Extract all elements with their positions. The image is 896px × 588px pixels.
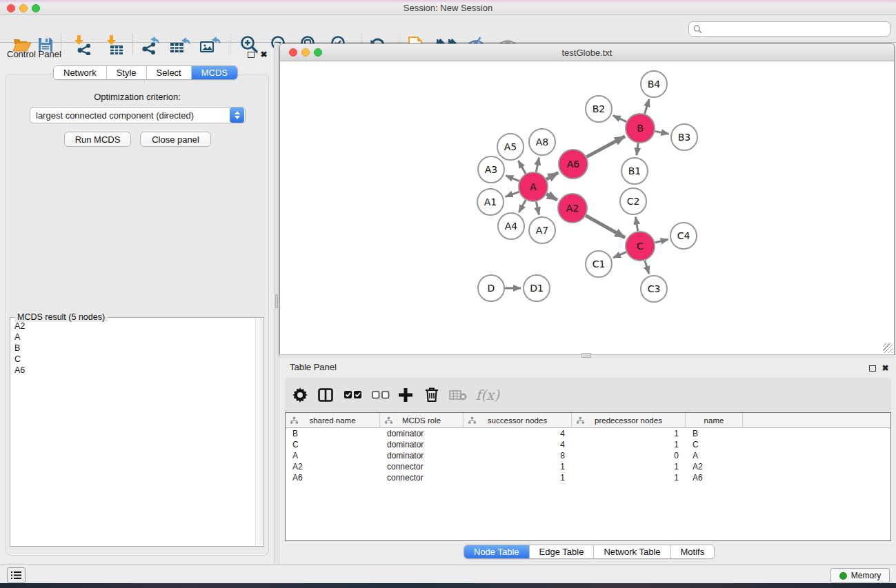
edge-A-A1[interactable] bbox=[506, 192, 519, 196]
table-row[interactable]: Adominator80A bbox=[286, 450, 890, 461]
node-B[interactable]: B bbox=[626, 114, 655, 143]
table-cell[interactable]: 8 bbox=[464, 451, 572, 460]
network-graph[interactable]: B4B2BB3A8A5A6A3B1AC2A1A2A4A7C4CC1DD1C3 bbox=[280, 61, 894, 354]
table-cell[interactable]: connector bbox=[380, 473, 464, 483]
edge-A2-C[interactable] bbox=[586, 216, 625, 238]
select-all-icon[interactable] bbox=[341, 383, 365, 407]
table-cell[interactable]: 0 bbox=[572, 451, 686, 460]
splitter-handle[interactable] bbox=[275, 294, 278, 308]
table-row[interactable]: A2connector11A2 bbox=[286, 461, 890, 472]
node-A8[interactable]: A8 bbox=[529, 129, 555, 155]
table-row[interactable]: Bdominator41B bbox=[286, 428, 890, 439]
node-A4[interactable]: A4 bbox=[498, 213, 524, 239]
table-row[interactable]: A6connector11A6 bbox=[286, 472, 890, 483]
node-A1[interactable]: A1 bbox=[477, 189, 504, 215]
node-B1[interactable]: B1 bbox=[621, 158, 648, 184]
table-cell[interactable]: dominator bbox=[380, 451, 464, 460]
table-cell[interactable]: A2 bbox=[286, 462, 380, 472]
table-cell[interactable]: A6 bbox=[686, 473, 743, 483]
table-cell[interactable]: C bbox=[686, 440, 743, 449]
horizontal-splitter[interactable] bbox=[279, 354, 896, 358]
settings-gear-icon[interactable] bbox=[288, 383, 312, 407]
edge-A-A2[interactable] bbox=[546, 194, 557, 201]
network-canvas[interactable]: B4B2BB3A8A5A6A3B1AC2A1A2A4A7C4CC1DD1C3 bbox=[280, 61, 894, 354]
import-table-icon[interactable] bbox=[103, 33, 126, 57]
column-header-successor-nodes[interactable]: successor nodes bbox=[464, 413, 572, 428]
node-C1[interactable]: C1 bbox=[586, 251, 612, 277]
float-panel-button[interactable] bbox=[246, 50, 255, 59]
deselect-all-icon[interactable] bbox=[369, 383, 392, 407]
table-cell[interactable]: A bbox=[286, 451, 380, 460]
mcds-result-item[interactable]: A6 bbox=[14, 365, 255, 376]
import-network-icon[interactable] bbox=[72, 33, 95, 57]
table-cell[interactable]: 1 bbox=[572, 462, 686, 472]
tab-mcds[interactable]: MCDS bbox=[192, 66, 237, 79]
tab-motifs[interactable]: Motifs bbox=[671, 545, 715, 558]
resize-grip-icon[interactable] bbox=[883, 343, 893, 353]
close-panel-icon[interactable]: ✖ bbox=[259, 50, 268, 59]
mcds-result-item[interactable]: A2 bbox=[14, 321, 255, 332]
close-table-panel-icon[interactable]: ✖ bbox=[881, 363, 890, 372]
edge-B-B4[interactable] bbox=[645, 99, 650, 114]
node-A[interactable]: A bbox=[519, 172, 548, 201]
edge-A-A6[interactable] bbox=[546, 172, 558, 179]
network-window-titlebar[interactable]: testGlobe.txt bbox=[280, 44, 894, 61]
close-panel-button[interactable]: Close panel bbox=[140, 132, 211, 147]
add-column-icon[interactable] bbox=[394, 383, 417, 407]
edge-A-A3[interactable] bbox=[506, 176, 519, 181]
table-cell[interactable]: dominator bbox=[380, 429, 464, 438]
table-cell[interactable]: 1 bbox=[572, 440, 686, 449]
table-cell[interactable]: connector bbox=[380, 462, 464, 472]
node-C[interactable]: C bbox=[626, 232, 655, 261]
mcds-result-item[interactable]: A bbox=[14, 332, 255, 343]
node-C3[interactable]: C3 bbox=[641, 276, 667, 302]
table-cell[interactable]: A bbox=[686, 451, 743, 460]
node-A5[interactable]: A5 bbox=[497, 134, 524, 160]
search-field[interactable] bbox=[688, 21, 890, 37]
column-header-shared-name[interactable]: shared name bbox=[286, 413, 380, 428]
node-D[interactable]: D bbox=[478, 275, 504, 301]
edge-B-B3[interactable] bbox=[655, 131, 669, 134]
tab-select[interactable]: Select bbox=[147, 66, 192, 79]
table-cell[interactable]: dominator bbox=[380, 440, 464, 449]
column-header-MCDS-role[interactable]: MCDS role bbox=[380, 413, 464, 428]
vertical-splitter[interactable] bbox=[274, 43, 279, 564]
column-header-predecessor-nodes[interactable]: predecessor nodes bbox=[572, 413, 686, 428]
float-table-panel-button[interactable] bbox=[868, 364, 877, 373]
run-mcds-button[interactable]: Run MCDS bbox=[64, 132, 131, 147]
split-columns-icon[interactable] bbox=[314, 383, 337, 407]
column-header-name[interactable]: name bbox=[686, 413, 743, 428]
optimization-criterion-dropdown[interactable]: largest connected component (directed) bbox=[30, 107, 246, 123]
tab-network[interactable]: Network bbox=[54, 66, 107, 79]
edge-B-B1[interactable] bbox=[637, 143, 638, 155]
table-cell[interactable]: C bbox=[286, 440, 380, 449]
table-cell[interactable]: A2 bbox=[686, 462, 743, 472]
export-image-icon[interactable] bbox=[198, 33, 221, 57]
tab-style[interactable]: Style bbox=[107, 66, 147, 79]
table-cell[interactable]: B bbox=[286, 429, 380, 438]
edge-A-A8[interactable] bbox=[536, 158, 539, 172]
export-network-icon[interactable] bbox=[139, 33, 163, 57]
edge-A-A5[interactable] bbox=[518, 161, 526, 174]
edge-A6-B[interactable] bbox=[586, 136, 625, 157]
node-A3[interactable]: A3 bbox=[478, 156, 504, 183]
edge-C-C4[interactable] bbox=[655, 239, 668, 243]
edge-A-A4[interactable] bbox=[519, 200, 526, 212]
export-table-icon[interactable] bbox=[168, 33, 192, 57]
mcds-result-item[interactable]: C bbox=[14, 354, 255, 365]
table-cell[interactable]: 1 bbox=[572, 473, 686, 483]
edge-C-C1[interactable] bbox=[613, 252, 626, 258]
edge-C-C3[interactable] bbox=[645, 261, 649, 274]
delete-icon[interactable] bbox=[420, 383, 444, 407]
tab-node-table[interactable]: Node Table bbox=[464, 545, 530, 558]
search-input[interactable] bbox=[705, 24, 890, 34]
edge-A-A7[interactable] bbox=[536, 202, 539, 215]
node-A6[interactable]: A6 bbox=[559, 150, 588, 179]
table-cell[interactable]: 1 bbox=[464, 462, 572, 472]
node-B2[interactable]: B2 bbox=[586, 96, 612, 122]
table-cell[interactable]: A6 bbox=[286, 473, 380, 483]
edge-C-C2[interactable] bbox=[636, 217, 638, 232]
node-A7[interactable]: A7 bbox=[529, 217, 555, 243]
node-D1[interactable]: D1 bbox=[524, 275, 550, 301]
task-history-button[interactable] bbox=[7, 567, 26, 583]
